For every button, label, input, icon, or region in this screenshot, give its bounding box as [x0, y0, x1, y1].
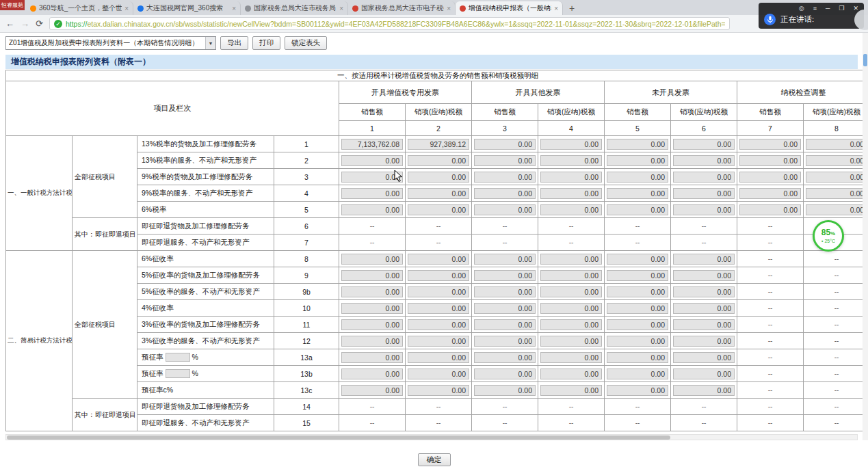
amount-input[interactable]: 0.00 [673, 139, 735, 150]
amount-input[interactable]: 0.00 [673, 270, 735, 281]
tab-close-icon[interactable]: × [124, 5, 129, 12]
amount-input[interactable]: 0.00 [806, 188, 863, 199]
amount-input[interactable]: 0.00 [607, 172, 668, 183]
amount-input[interactable]: 0.00 [540, 352, 602, 363]
amount-input[interactable]: 0.00 [673, 188, 735, 199]
amount-input[interactable]: 0.00 [540, 254, 602, 265]
amount-input[interactable]: 0.00 [474, 368, 536, 379]
amount-input[interactable]: 0.00 [408, 254, 469, 265]
amount-input[interactable]: 0.00 [673, 336, 735, 347]
tab-close-icon[interactable]: × [339, 5, 343, 12]
amount-input[interactable]: 0.00 [739, 155, 801, 166]
amount-input[interactable]: 0.00 [806, 172, 863, 183]
amount-input[interactable]: 0.00 [607, 155, 668, 166]
skin-icon[interactable]: ◎ [799, 4, 804, 12]
amount-input[interactable]: 0.00 [607, 139, 668, 150]
horizontal-scrollbar[interactable] [5, 434, 858, 440]
amount-input[interactable]: 0.00 [540, 172, 602, 183]
amount-input[interactable]: 0.00 [474, 270, 536, 281]
print-button[interactable]: 打印 [252, 36, 280, 50]
amount-input[interactable]: 0.00 [739, 139, 801, 150]
amount-input[interactable]: 0.00 [408, 172, 469, 183]
amount-input[interactable]: 0.00 [341, 188, 403, 199]
browser-tab[interactable]: 国家税务总局大连市税务局× [241, 1, 348, 15]
amount-input[interactable]: 0.00 [540, 155, 602, 166]
vertical-scrollbar[interactable] [863, 33, 868, 440]
amount-input[interactable]: 0.00 [408, 188, 469, 199]
amount-input[interactable]: 0.00 [540, 286, 602, 297]
amount-input[interactable]: 0.00 [341, 319, 403, 330]
report-select[interactable]: Z01增值税及附加税费申报表附列资料一（本期销售情况明细） ▼ [5, 36, 216, 50]
amount-input[interactable]: 0.00 [540, 303, 602, 314]
amount-input[interactable]: 0.00 [341, 336, 403, 347]
address-bar[interactable]: ✓ https://etax.dalian.chinatax.gov.cn/sb… [49, 17, 730, 30]
amount-input[interactable]: 0.00 [408, 270, 469, 281]
amount-input[interactable]: 0.00 [607, 303, 668, 314]
amount-input[interactable]: 0.00 [408, 155, 469, 166]
amount-input[interactable]: 0.00 [474, 319, 536, 330]
amount-input[interactable]: 0.00 [341, 303, 403, 314]
amount-input[interactable]: 0.00 [341, 270, 403, 281]
tab-close-icon[interactable]: × [447, 5, 451, 12]
inline-rate-input[interactable] [166, 369, 190, 378]
amount-input[interactable]: 0.00 [474, 139, 536, 150]
tab-close-icon[interactable]: × [554, 5, 558, 12]
amount-input[interactable]: 0.00 [607, 286, 668, 297]
amount-input[interactable]: 0.00 [806, 139, 863, 150]
amount-input[interactable]: 0.00 [607, 204, 668, 215]
amount-input[interactable]: 0.00 [540, 368, 602, 379]
amount-input[interactable]: 0.00 [474, 188, 536, 199]
amount-input[interactable]: 0.00 [607, 270, 668, 281]
amount-input[interactable]: 0.00 [540, 319, 602, 330]
export-button[interactable]: 导出 [220, 36, 248, 50]
amount-input[interactable]: 0.00 [474, 172, 536, 183]
confirm-button[interactable]: 确定 [418, 453, 451, 466]
lock-header-button[interactable]: 锁定表头 [285, 36, 327, 50]
amount-input[interactable]: 0.00 [673, 368, 735, 379]
amount-input[interactable]: 0.00 [408, 303, 469, 314]
amount-input[interactable]: 0.00 [341, 155, 403, 166]
amount-input[interactable]: 0.00 [474, 385, 536, 396]
amount-input[interactable]: 0.00 [408, 319, 469, 330]
amount-input[interactable]: 0.00 [673, 155, 735, 166]
amount-input[interactable]: 0.00 [607, 188, 668, 199]
amount-input[interactable]: 0.00 [408, 286, 469, 297]
browser-tab[interactable]: 360导航_一个主页，整个世界× [26, 1, 133, 15]
amount-input[interactable]: 0.00 [607, 319, 668, 330]
amount-input[interactable]: 0.00 [607, 254, 668, 265]
amount-input[interactable]: 0.00 [540, 385, 602, 396]
amount-input[interactable]: 0.00 [474, 303, 536, 314]
amount-input[interactable]: 0.00 [540, 188, 602, 199]
amount-input[interactable]: 0.00 [673, 286, 735, 297]
tab-close-icon[interactable]: × [232, 5, 236, 12]
amount-input[interactable]: 0.00 [474, 204, 536, 215]
vscroll-thumb[interactable] [863, 54, 867, 66]
amount-input[interactable]: 7,133,762.08 [341, 139, 403, 150]
amount-input[interactable]: 0.00 [474, 286, 536, 297]
amount-input[interactable]: 0.00 [673, 254, 735, 265]
amount-input[interactable]: 0.00 [540, 204, 602, 215]
amount-input[interactable]: 0.00 [673, 352, 735, 363]
amount-input[interactable]: 0.00 [408, 336, 469, 347]
amount-input[interactable]: 0.00 [408, 352, 469, 363]
hscroll-thumb[interactable] [7, 436, 670, 440]
amount-input[interactable]: 0.00 [673, 172, 735, 183]
amount-input[interactable]: 0.00 [474, 254, 536, 265]
amount-input[interactable]: 0.00 [540, 270, 602, 281]
amount-input[interactable]: 0.00 [806, 155, 863, 166]
amount-input[interactable]: 0.00 [540, 336, 602, 347]
amount-input[interactable]: 0.00 [540, 139, 602, 150]
amount-input[interactable]: 0.00 [341, 368, 403, 379]
amount-input[interactable]: 0.00 [341, 286, 403, 297]
amount-input[interactable]: 0.00 [474, 155, 536, 166]
amount-input[interactable]: 0.00 [673, 319, 735, 330]
refresh-icon[interactable]: ⟳ [36, 19, 43, 28]
amount-input[interactable]: 0.00 [408, 385, 469, 396]
amount-input[interactable]: 0.00 [739, 204, 801, 215]
forward-icon[interactable]: → [21, 19, 29, 28]
amount-input[interactable]: 0.00 [739, 188, 801, 199]
browser-tab[interactable]: 大连国税网官网_360搜索× [133, 1, 241, 15]
amount-input[interactable]: 927,389.12 [408, 139, 469, 150]
browser-tab[interactable]: 国家税务总局大连市电子税务局× [348, 1, 456, 15]
browser-tab[interactable]: 增值税纳税申报表（一般纳税..× [456, 1, 563, 15]
